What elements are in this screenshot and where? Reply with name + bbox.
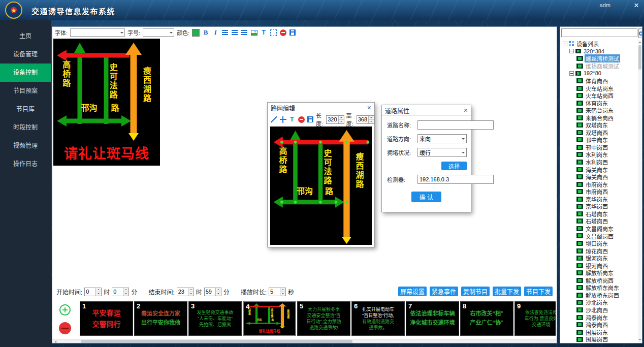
move-tool-icon[interactable] bbox=[279, 115, 286, 123]
tree-node[interactable]: 文昌阁岗西 bbox=[561, 232, 637, 240]
tree-node[interactable]: 双塔岗东 bbox=[561, 121, 637, 129]
spinner-up-icon[interactable] bbox=[188, 288, 194, 292]
duration-input[interactable]: 5 bbox=[269, 288, 286, 296]
close-icon[interactable]: × bbox=[634, 1, 639, 11]
spinner-down-icon[interactable] bbox=[339, 120, 344, 123]
spinner-down-icon[interactable] bbox=[369, 120, 374, 123]
align-center-icon[interactable] bbox=[231, 28, 238, 37]
color-swatch[interactable] bbox=[192, 29, 200, 37]
sidebar-item[interactable]: 节目库 bbox=[0, 100, 51, 118]
spinner-up-icon[interactable] bbox=[123, 288, 128, 292]
font-select[interactable] bbox=[70, 28, 125, 37]
sidebar-item[interactable]: 视频管理 bbox=[0, 137, 51, 155]
program-thumbnail[interactable]: 5 大力开展秋冬季 交通安全整治“百 日行动”,全力预防 道路交通事故! bbox=[297, 301, 350, 336]
action-button[interactable]: 复制节目 bbox=[461, 287, 490, 296]
tree-node[interactable]: 海关岗东 bbox=[561, 166, 637, 173]
road-network-canvas[interactable]: 高桥路 史可法路 瘦西湖路 邗沟 路 请礼让斑马线 bbox=[270, 127, 372, 245]
tree-node[interactable]: 鸿泰岗西 bbox=[561, 321, 637, 329]
add-program-button[interactable] bbox=[59, 304, 71, 316]
tree-node[interactable]: 京华岗西 bbox=[561, 203, 637, 210]
close-icon[interactable]: × bbox=[367, 104, 371, 112]
tree-node[interactable]: 解放桥岗西 bbox=[561, 277, 637, 285]
tree-node[interactable]: 银河岗西 bbox=[561, 262, 637, 269]
spinner-down-icon[interactable] bbox=[123, 292, 128, 296]
tree-node[interactable]: 海关岗西 bbox=[561, 173, 637, 181]
tree-node[interactable]: 火车站岗东 bbox=[561, 84, 637, 92]
program-thumbnail[interactable]: 3 发生轻微交通事故 “人未伤、车能动” 先拍照、后撤离 bbox=[188, 301, 242, 336]
action-button[interactable]: 批量下发 bbox=[493, 287, 521, 296]
action-button[interactable]: 节目下发 bbox=[524, 287, 553, 296]
program-thumbnail[interactable]: 2 春运安全连万家 出行平安你我他 bbox=[134, 301, 187, 336]
user-name[interactable]: adm bbox=[600, 2, 610, 8]
delete-icon[interactable] bbox=[279, 28, 286, 37]
tree-node[interactable]: 水利岗东 bbox=[561, 151, 637, 159]
confirm-button[interactable]: 确 认 bbox=[411, 192, 441, 202]
tree-node[interactable]: 市府岗西 bbox=[561, 188, 637, 196]
program-preview-canvas[interactable]: 高桥路 史可法路 瘦西湖路 邗沟 路 请礼让斑马线 bbox=[53, 39, 160, 166]
tree-node[interactable]: 螺丝湾桥测试 bbox=[561, 55, 637, 62]
end-hour-input[interactable]: 23 bbox=[177, 288, 194, 296]
text-tool-icon[interactable]: T bbox=[288, 115, 296, 123]
tree-node[interactable]: 银河岗东 bbox=[561, 255, 637, 262]
remove-program-button[interactable] bbox=[59, 322, 71, 334]
tree-node[interactable]: 双塔岗西 bbox=[561, 129, 637, 137]
tree-node[interactable]: 邗中岗西 bbox=[561, 144, 637, 151]
fit-screen-icon[interactable] bbox=[270, 28, 277, 37]
tree-node[interactable]: 来鹤台岗西 bbox=[561, 114, 637, 121]
scrollbar-thumb[interactable] bbox=[81, 340, 352, 343]
collapse-icon[interactable] bbox=[569, 71, 574, 76]
program-thumbnail[interactable]: 1 平安春运 交警同行 bbox=[80, 301, 133, 336]
tree-node[interactable]: 体育岗东 bbox=[561, 99, 637, 107]
tree-node[interactable]: 解放桥东岗东 bbox=[561, 284, 637, 292]
start-hour-input[interactable]: 0 bbox=[84, 288, 102, 296]
bold-button[interactable]: B bbox=[202, 28, 209, 37]
direction-select[interactable]: 来向 bbox=[417, 134, 467, 143]
tree-node[interactable]: 琼花岗西 bbox=[561, 247, 637, 255]
scroll-left-icon[interactable] bbox=[52, 339, 57, 343]
sidebar-item[interactable]: 设备管理 bbox=[0, 45, 51, 64]
spinner-down-icon[interactable] bbox=[188, 292, 194, 296]
spinner-down-icon[interactable] bbox=[96, 292, 101, 296]
program-thumbnail[interactable]: 6 扎实开展电动车 “百日整治”行动, 有效遏制道路交 通事故。 bbox=[351, 301, 405, 336]
align-left-icon[interactable] bbox=[221, 28, 229, 37]
size-select[interactable] bbox=[143, 28, 174, 37]
collapse-icon[interactable] bbox=[569, 49, 574, 53]
tree-node[interactable]: 石塔岗西 bbox=[561, 217, 637, 225]
tree-node[interactable]: 邗中岗东 bbox=[561, 136, 637, 144]
close-icon[interactable]: × bbox=[464, 106, 468, 114]
save-tool-icon[interactable] bbox=[307, 115, 314, 123]
sidebar-item[interactable]: 时段控制 bbox=[0, 118, 51, 137]
end-minute-input[interactable]: 59 bbox=[204, 288, 221, 296]
vertical-scrollbar[interactable] bbox=[638, 40, 641, 342]
sidebar-item[interactable]: 节目预案 bbox=[0, 82, 51, 100]
sidebar-item[interactable]: 设备控制 bbox=[0, 64, 51, 82]
tree-node[interactable]: 鸿泰岗东 bbox=[561, 313, 637, 321]
action-button[interactable]: 屏幕设置 bbox=[398, 287, 427, 296]
spinner-down-icon[interactable] bbox=[216, 292, 221, 296]
tree-node[interactable]: 国展岗西 bbox=[561, 336, 637, 342]
collapse-icon[interactable] bbox=[563, 42, 567, 46]
spinner-up-icon[interactable] bbox=[96, 288, 101, 292]
sidebar-item[interactable]: 主页 bbox=[0, 27, 51, 45]
length-input[interactable]: 320 bbox=[326, 115, 344, 124]
select-detector-button[interactable]: 选择 bbox=[441, 162, 467, 170]
tree-node[interactable]: 解放桥东岗西 bbox=[561, 292, 637, 299]
tree-node[interactable]: 市府岗东 bbox=[561, 180, 637, 188]
text-tool-icon[interactable]: T bbox=[260, 28, 267, 37]
spinner-up-icon[interactable] bbox=[369, 116, 374, 120]
spinner-up-icon[interactable] bbox=[216, 288, 221, 292]
action-button[interactable]: 紧急事件 bbox=[430, 287, 458, 296]
spinner-up-icon[interactable] bbox=[339, 116, 344, 120]
scroll-down-icon[interactable] bbox=[638, 337, 641, 342]
italic-button[interactable]: I bbox=[212, 28, 219, 37]
height-input[interactable]: 368 bbox=[357, 115, 374, 124]
align-right-icon[interactable] bbox=[241, 28, 248, 37]
search-button[interactable] bbox=[638, 28, 642, 38]
detector-input[interactable] bbox=[417, 175, 494, 184]
sidebar-item[interactable]: 操作日志 bbox=[0, 155, 51, 173]
road-name-input[interactable] bbox=[417, 120, 494, 130]
draw-line-tool-icon[interactable] bbox=[270, 115, 277, 123]
start-minute-input[interactable]: 0 bbox=[112, 288, 129, 296]
tree-node[interactable]: 石塔岗东 bbox=[561, 210, 637, 218]
tree-node[interactable]: 沙北岗东 bbox=[561, 299, 637, 306]
